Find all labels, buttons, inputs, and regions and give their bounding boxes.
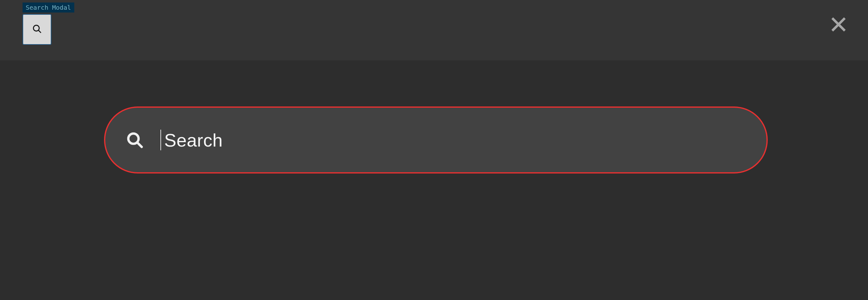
viewport: Search Modal [0, 0, 868, 300]
close-icon [830, 16, 847, 34]
close-button[interactable] [829, 15, 848, 35]
modal-overlay[interactable]: Search [0, 0, 868, 300]
search-field-container[interactable]: Search [104, 106, 768, 173]
